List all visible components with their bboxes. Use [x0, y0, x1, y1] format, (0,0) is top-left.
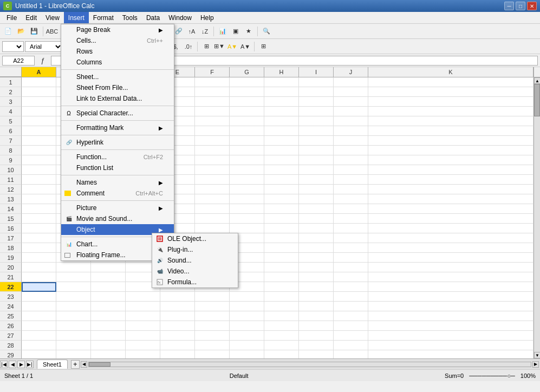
cell-J14[interactable] [334, 204, 368, 214]
cell-F29[interactable] [195, 350, 230, 358]
cell-H5[interactable] [264, 116, 299, 126]
cell-I15[interactable] [299, 214, 334, 224]
row-num-23[interactable]: 23 [0, 292, 22, 302]
cell-I28[interactable] [299, 341, 334, 350]
cell-G9[interactable] [230, 155, 264, 165]
cell-J21[interactable] [334, 272, 368, 282]
cell-D26[interactable] [126, 321, 160, 331]
cell-J25[interactable] [334, 311, 368, 321]
cell-K25[interactable] [368, 311, 534, 321]
cell-B22[interactable] [56, 282, 91, 292]
cell-J27[interactable] [334, 331, 368, 341]
menu-file[interactable]: File [2, 12, 21, 23]
cell-A17[interactable] [22, 233, 56, 243]
cell-G24[interactable] [230, 302, 264, 311]
cell-A14[interactable] [22, 204, 56, 214]
cell-A12[interactable] [22, 185, 56, 194]
row-num-28[interactable]: 28 [0, 341, 22, 350]
cell-H6[interactable] [264, 126, 299, 136]
cell-A22[interactable] [22, 282, 56, 292]
cell-E27[interactable] [160, 331, 195, 341]
cell-A29[interactable] [22, 350, 56, 358]
cell-J6[interactable] [334, 126, 368, 136]
cell-H17[interactable] [264, 233, 299, 243]
cell-K1[interactable] [368, 77, 534, 87]
row-num-24[interactable]: 24 [0, 302, 22, 311]
sort-desc-button[interactable]: ↓Z [199, 25, 211, 37]
cell-C20[interactable] [91, 263, 126, 272]
cell-J8[interactable] [334, 146, 368, 155]
sheet-nav-first[interactable]: |◀ [0, 361, 8, 368]
cell-K3[interactable] [368, 97, 534, 107]
decimal-more-button[interactable]: .0↑ [183, 41, 194, 53]
sound-item[interactable]: 🔊 Sound... [152, 255, 238, 266]
cell-C22[interactable] [91, 282, 126, 292]
menu-data[interactable]: Data [142, 12, 164, 23]
cell-F23[interactable] [195, 292, 230, 302]
cell-I27[interactable] [299, 331, 334, 341]
cell-J10[interactable] [334, 165, 368, 175]
cell-I20[interactable] [299, 263, 334, 272]
cell-I6[interactable] [299, 126, 334, 136]
row-num-26[interactable]: 26 [0, 321, 22, 331]
cell-I11[interactable] [299, 175, 334, 185]
row-num-7[interactable]: 7 [0, 136, 22, 146]
cell-J4[interactable] [334, 107, 368, 116]
cell-D23[interactable] [126, 292, 160, 302]
cell-F10[interactable] [195, 165, 230, 175]
cell-A28[interactable] [22, 341, 56, 350]
cell-A23[interactable] [22, 292, 56, 302]
row-num-13[interactable]: 13 [0, 194, 22, 204]
cell-K27[interactable] [368, 331, 534, 341]
cell-K24[interactable] [368, 302, 534, 311]
cell-E26[interactable] [160, 321, 195, 331]
cell-H16[interactable] [264, 224, 299, 233]
vertical-scrollbar[interactable]: ▲ ▼ [534, 77, 540, 358]
col-header-i[interactable]: I [299, 67, 334, 77]
cell-H13[interactable] [264, 194, 299, 204]
formula-item[interactable]: fx Formula... [152, 277, 238, 288]
insert-link-external[interactable]: Link to External Data... [61, 93, 174, 104]
font-name-combo[interactable]: Arial [25, 41, 63, 52]
cell-C25[interactable] [91, 311, 126, 321]
cell-G3[interactable] [230, 97, 264, 107]
row-num-12[interactable]: 12 [0, 185, 22, 194]
cell-B25[interactable] [56, 311, 91, 321]
cell-H19[interactable] [264, 253, 299, 263]
cell-F3[interactable] [195, 97, 230, 107]
cell-A15[interactable] [22, 214, 56, 224]
cell-J23[interactable] [334, 292, 368, 302]
cell-B26[interactable] [56, 321, 91, 331]
cell-K18[interactable] [368, 243, 534, 253]
cell-G16[interactable] [230, 224, 264, 233]
ole-object-item[interactable]: OLE Object... [152, 233, 238, 244]
more-button[interactable]: ▣ [230, 25, 242, 37]
cell-F1[interactable] [195, 77, 230, 87]
menu-view[interactable]: View [41, 12, 64, 23]
cell-G27[interactable] [230, 331, 264, 341]
cell-F28[interactable] [195, 341, 230, 350]
cell-J28[interactable] [334, 341, 368, 350]
cell-H25[interactable] [264, 311, 299, 321]
cell-I19[interactable] [299, 253, 334, 263]
cell-H14[interactable] [264, 204, 299, 214]
row-num-27[interactable]: 27 [0, 331, 22, 341]
cell-B23[interactable] [56, 292, 91, 302]
cell-E23[interactable] [160, 292, 195, 302]
cell-I16[interactable] [299, 224, 334, 233]
menu-help[interactable]: Help [196, 12, 218, 23]
cell-H10[interactable] [264, 165, 299, 175]
cell-K22[interactable] [368, 282, 534, 292]
insert-comment[interactable]: Comment Ctrl+Alt+C [61, 188, 174, 199]
cell-G13[interactable] [230, 194, 264, 204]
cell-C24[interactable] [91, 302, 126, 311]
insert-movie-sound[interactable]: 🎬 Movie and Sound... [61, 213, 174, 224]
col-header-k[interactable]: K [368, 67, 534, 77]
zoom-in-button[interactable]: 🔍 [261, 25, 272, 37]
cell-H20[interactable] [264, 263, 299, 272]
insert-formatting-mark[interactable]: Formatting Mark ▶ [61, 122, 174, 133]
cell-K5[interactable] [368, 116, 534, 126]
cell-F14[interactable] [195, 204, 230, 214]
cell-I24[interactable] [299, 302, 334, 311]
cell-H21[interactable] [264, 272, 299, 282]
